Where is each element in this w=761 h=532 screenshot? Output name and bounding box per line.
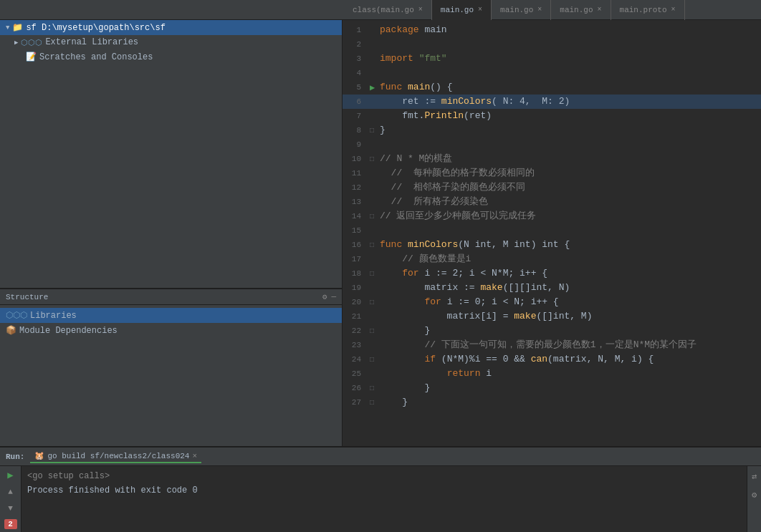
fold-26[interactable]: □ — [370, 385, 380, 392]
code-line-13: 13 // 所有格子必须染色 — [343, 195, 761, 209]
line-num-20: 20 — [343, 298, 370, 306]
code-line-2: 2 — [343, 37, 761, 52]
settings2-icon[interactable]: ⚙ — [752, 488, 757, 502]
fold-10[interactable]: □ — [370, 155, 380, 163]
code-line-24: 24 □ if (N*M)%i == 0 && can(matrix, N, M… — [343, 352, 761, 367]
tab-1-close[interactable]: × — [418, 6, 423, 14]
lib-icon: ⬡⬡⬡ — [6, 310, 27, 321]
tab-4-label: main.go — [560, 6, 593, 14]
project-panel: ▼ 📁 sf D:\mysetup\gopath\src\sf ▶ ⬡⬡⬡ Ex… — [0, 20, 342, 289]
line-num-11: 11 — [343, 169, 370, 178]
ext-lib-icon: ⬡⬡⬡ — [21, 38, 42, 47]
code-content-23: // 下面这一句可知，需要的最少颜色数1，一定是N*M的某个因子 — [380, 338, 755, 352]
code-line-27: 27 □ } — [343, 395, 761, 410]
code-line-1: 1 package main — [343, 23, 761, 37]
tab-2[interactable]: main.go × — [432, 0, 492, 20]
tabs-bar: class(main.go × main.go × main.go × main… — [0, 0, 761, 20]
tab-1[interactable]: class(main.go × — [344, 0, 432, 20]
code-content-16: func minColors(N int, M int) int { — [380, 238, 755, 252]
editor-panel: 1 package main 2 3 import "fmt" 4 — [343, 20, 761, 446]
line-num-13: 13 — [343, 198, 370, 206]
fold-8[interactable]: □ — [370, 127, 380, 135]
tab-4[interactable]: main.go × — [551, 0, 611, 20]
tab-4-close[interactable]: × — [598, 6, 602, 14]
run-panel: Run: 🐹 go build sf/newclass2/class024 × … — [0, 446, 761, 532]
run-content: ▶ ▲ ▼ 2 <go setup calls> Process finishe… — [0, 466, 761, 532]
code-line-17: 17 // 颜色数量是i — [343, 252, 761, 266]
libraries-label: Libraries — [30, 311, 77, 321]
line-num-25: 25 — [343, 369, 370, 378]
line-num-3: 3 — [343, 54, 370, 63]
tab-3-close[interactable]: × — [537, 6, 542, 14]
line-num-23: 23 — [343, 341, 370, 349]
settings-icon[interactable]: ⚙ — [322, 292, 327, 301]
tab-3[interactable]: main.go × — [492, 0, 551, 20]
line-num-14: 14 — [343, 212, 370, 221]
structure-header: Structure ⚙ — — [0, 289, 342, 305]
code-line-8: 8 □ } — [343, 123, 761, 137]
fold-27[interactable]: □ — [370, 399, 380, 407]
code-content-8: } — [380, 123, 755, 137]
line-num-22: 22 — [343, 327, 370, 335]
tab-1-label: class(main.go — [353, 6, 414, 14]
code-line-15: 15 — [343, 223, 761, 238]
external-libraries-item[interactable]: ▶ ⬡⬡⬡ External Libraries — [0, 35, 342, 49]
line-num-12: 12 — [343, 183, 370, 192]
code-line-25: 25 return i — [343, 367, 761, 381]
code-line-23: 23 // 下面这一句可知，需要的最少颜色数1，一定是N*M的某个因子 — [343, 338, 761, 352]
run-play-button[interactable]: ▶ — [4, 469, 18, 481]
left-panel: ▼ 📁 sf D:\mysetup\gopath\src\sf ▶ ⬡⬡⬡ Ex… — [0, 20, 343, 446]
run-go-icon: 🐹 — [34, 451, 44, 460]
run-output-line-3: Process finished with exit code 0 — [27, 483, 741, 498]
run-down-button[interactable]: ▼ — [4, 503, 18, 515]
tab-2-close[interactable]: × — [478, 6, 482, 14]
code-content-3: import "fmt" — [380, 52, 755, 66]
code-content-13: // 所有格子必须染色 — [380, 195, 755, 209]
code-content-19: matrix := make([][]int, N) — [380, 281, 755, 295]
fold-22[interactable]: □ — [370, 327, 380, 335]
code-content-27: } — [380, 395, 755, 410]
fold-18[interactable]: □ — [370, 270, 380, 278]
tab-2-label: main.go — [441, 6, 474, 14]
code-content-17: // 颜色数量是i — [380, 252, 755, 266]
code-content-12: // 相邻格子染的颜色必须不同 — [380, 180, 755, 195]
tab-5[interactable]: main.proto × — [611, 0, 685, 20]
scratches-item[interactable]: 📝 Scratches and Consoles — [0, 49, 342, 64]
code-content-14: // 返回至少多少种颜色可以完成任务 — [380, 209, 755, 223]
code-line-16: 16 □ func minColors(N int, M int) int { — [343, 238, 761, 252]
run-tab-close[interactable]: × — [192, 452, 197, 460]
line-num-21: 21 — [343, 312, 370, 321]
run-output-line-1: <go setup calls> — [27, 469, 741, 483]
tab-5-label: main.proto — [620, 6, 667, 14]
line-num-1: 1 — [343, 26, 370, 34]
line-num-5: 5 — [343, 83, 370, 92]
fold-24[interactable]: □ — [370, 356, 380, 364]
line-num-2: 2 — [343, 40, 370, 49]
wrap-icon[interactable]: ⇄ — [752, 469, 757, 483]
structure-module-dep[interactable]: 📦 Module Dependencies — [0, 323, 342, 338]
ext-lib-arrow: ▶ — [14, 39, 18, 47]
run-up-button[interactable]: ▲ — [4, 485, 18, 498]
code-area[interactable]: 1 package main 2 3 import "fmt" 4 — [343, 20, 761, 446]
code-content-24: if (N*M)%i == 0 && can(matrix, N, M, i) … — [380, 352, 755, 367]
fold-5[interactable]: ▶ — [370, 82, 380, 93]
code-line-22: 22 □ } — [343, 324, 761, 338]
module-dep-label: Module Dependencies — [19, 326, 118, 336]
code-line-5: 5 ▶ func main() { — [343, 80, 761, 95]
line-num-18: 18 — [343, 269, 370, 278]
code-content-18: for i := 2; i < N*M; i++ { — [380, 266, 755, 281]
fold-14[interactable]: □ — [370, 213, 380, 221]
minimize-icon[interactable]: — — [331, 292, 336, 301]
tab-5-close[interactable]: × — [671, 6, 676, 14]
code-line-10: 10 □ // N * M的棋盘 — [343, 152, 761, 166]
run-label: Run: — [6, 453, 24, 461]
fold-20[interactable]: □ — [370, 299, 380, 306]
line-num-24: 24 — [343, 355, 370, 364]
code-content-10: // N * M的棋盘 — [380, 152, 755, 166]
project-root[interactable]: ▼ 📁 sf D:\mysetup\gopath\src\sf — [0, 20, 342, 35]
fold-16[interactable]: □ — [370, 241, 380, 249]
code-content-5: func main() { — [380, 80, 755, 95]
run-tab[interactable]: 🐹 go build sf/newclass2/class024 × — [30, 450, 201, 463]
structure-libraries[interactable]: ⬡⬡⬡ Libraries — [0, 308, 342, 323]
run-tab-label: go build sf/newclass2/class024 — [47, 452, 189, 460]
